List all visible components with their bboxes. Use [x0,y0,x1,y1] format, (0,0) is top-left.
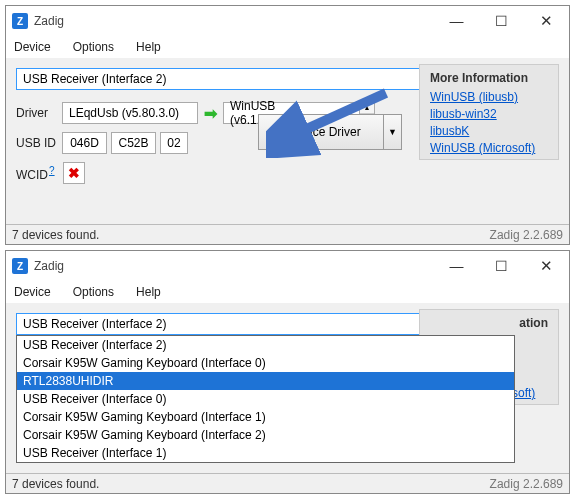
driver-current: LEqdUsb (v5.80.3.0) [62,102,198,124]
link-winusb-microsoft[interactable]: WinUSB (Microsoft) [430,140,548,157]
driver-label: Driver [16,106,62,120]
replace-driver-dropdown[interactable]: ▼ [384,114,402,150]
content-area: USB Receiver (Interface 2) ▼ Edit Driver… [6,58,569,226]
dropdown-item-selected[interactable]: RTL2838UHIDIR [17,372,514,390]
info-heading-partial: ation [519,316,548,330]
link-libusb-win32[interactable]: libusb-win32 [430,106,548,123]
link-winusb-libusb[interactable]: WinUSB (libusb) [430,89,548,106]
menu-device[interactable]: Device [10,283,55,301]
window-zadig-1: Z Zadig — ☐ ✕ Device Options Help USB Re… [5,5,570,245]
dropdown-item[interactable]: USB Receiver (Interface 2) [17,336,514,354]
close-button[interactable]: ✕ [524,6,569,36]
dropdown-item[interactable]: Corsair K95W Gaming Keyboard (Interface … [17,408,514,426]
wcid-label: WCID? [16,165,55,182]
replace-driver-button[interactable]: Replace Driver [258,114,384,150]
window-zadig-2: Z Zadig — ☐ ✕ Device Options Help USB Re… [5,250,570,494]
arrow-right-icon: ➡ [204,104,217,123]
status-left: 7 devices found. [12,228,99,242]
menu-options[interactable]: Options [69,283,118,301]
maximize-button[interactable]: ☐ [479,251,524,281]
wcid-status-icon: ✖ [63,162,85,184]
menubar: Device Options Help [6,281,569,303]
usb-vid: 046D [62,132,107,154]
app-icon: Z [12,258,28,274]
menubar: Device Options Help [6,36,569,58]
status-left: 7 devices found. [12,477,99,491]
device-dropdown-list[interactable]: USB Receiver (Interface 2) Corsair K95W … [16,335,515,463]
menu-options[interactable]: Options [69,38,118,56]
device-combo-text: USB Receiver (Interface 2) [23,72,166,86]
usb-pid: C52B [111,132,156,154]
wcid-help-link[interactable]: ? [49,165,55,176]
dropdown-item[interactable]: Corsair K95W Gaming Keyboard (Interface … [17,426,514,444]
window-title: Zadig [34,14,434,28]
usb-iface: 02 [160,132,188,154]
dropdown-item[interactable]: USB Receiver (Interface 1) [17,444,514,462]
more-info-panel: More Information WinUSB (libusb) libusb-… [419,64,559,160]
menu-device[interactable]: Device [10,38,55,56]
device-combo-text: USB Receiver (Interface 2) [23,317,166,331]
more-info-heading: More Information [430,71,548,85]
content-area: USB Receiver (Interface 2) ▼ Edit WCID? … [6,303,569,475]
close-button[interactable]: ✕ [524,251,569,281]
menu-help[interactable]: Help [132,38,165,56]
app-icon: Z [12,13,28,29]
usbid-label: USB ID [16,136,62,150]
status-right: Zadig 2.2.689 [490,477,563,491]
dropdown-item[interactable]: USB Receiver (Interface 0) [17,390,514,408]
statusbar: 7 devices found. Zadig 2.2.689 [6,224,569,244]
minimize-button[interactable]: — [434,251,479,281]
menu-help[interactable]: Help [132,283,165,301]
maximize-button[interactable]: ☐ [479,6,524,36]
titlebar: Z Zadig — ☐ ✕ [6,6,569,36]
dropdown-item[interactable]: Corsair K95W Gaming Keyboard (Interface … [17,354,514,372]
window-title: Zadig [34,259,434,273]
titlebar: Z Zadig — ☐ ✕ [6,251,569,281]
link-libusbk[interactable]: libusbK [430,123,548,140]
minimize-button[interactable]: — [434,6,479,36]
status-right: Zadig 2.2.689 [490,228,563,242]
statusbar: 7 devices found. Zadig 2.2.689 [6,473,569,493]
